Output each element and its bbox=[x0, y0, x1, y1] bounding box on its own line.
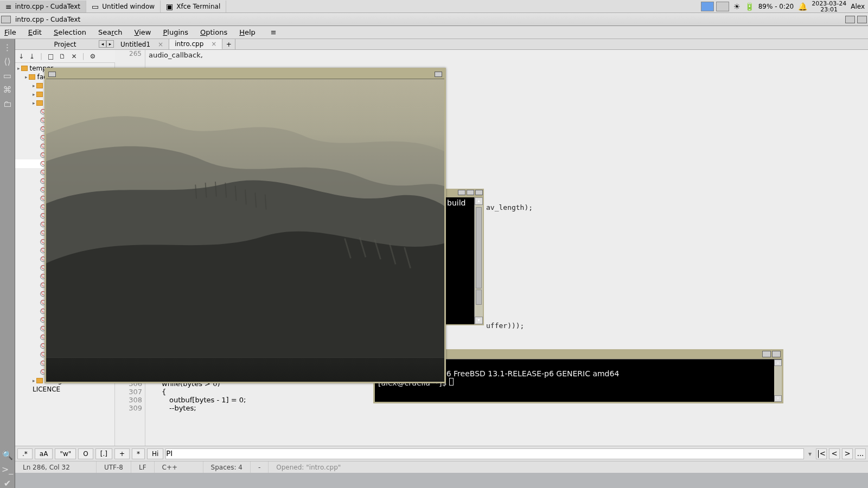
find-opt-plus[interactable]: + bbox=[114, 448, 130, 459]
folder-icon[interactable]: 🗀 bbox=[3, 99, 12, 108]
menu-search[interactable]: Search bbox=[98, 28, 123, 36]
menu-selection[interactable]: Selection bbox=[54, 28, 86, 36]
hamburger-icon[interactable]: ≡ bbox=[271, 28, 277, 36]
close-tab-icon[interactable]: × bbox=[158, 41, 163, 48]
battery-status: 89% - 0:20 bbox=[758, 3, 794, 10]
tray-button-1[interactable] bbox=[701, 2, 714, 11]
status-position[interactable]: Ln 286, Col 32 bbox=[15, 461, 97, 473]
cursor-icon bbox=[449, 378, 454, 386]
disclosure-icon[interactable]: ▸ bbox=[25, 74, 28, 80]
new-tab-button[interactable]: + bbox=[222, 39, 235, 49]
project-next-button[interactable]: ▸ bbox=[106, 40, 114, 48]
sidebar-icon-rail: ⋮ ⟨⟩ ▭ ⌘ 🗀 🔍 >_ ✔ bbox=[0, 39, 15, 488]
render-max-button[interactable] bbox=[435, 72, 442, 77]
project-header: Project ◂ ▸ bbox=[15, 39, 115, 50]
editor-titlebar[interactable]: intro.cpp - CudaText bbox=[0, 13, 868, 26]
user-label[interactable]: Alex bbox=[851, 3, 865, 10]
build-max-button[interactable] bbox=[475, 190, 483, 195]
project-panel-icon[interactable]: ▭ bbox=[3, 70, 12, 80]
find-opt-wrap[interactable]: O bbox=[78, 448, 93, 459]
notification-icon[interactable]: 🔔 bbox=[798, 2, 807, 11]
proj-btn-save[interactable]: ⤓ bbox=[29, 53, 35, 60]
taskbar-item-untitled-window[interactable]: ▭ Untitled window bbox=[86, 1, 161, 12]
scroll-thumb[interactable] bbox=[476, 207, 482, 288]
status-encoding[interactable]: UTF-8 bbox=[97, 461, 131, 473]
render-window[interactable] bbox=[44, 68, 446, 383]
status-bar: Ln 286, Col 32 UTF-8 LF C++ Spaces: 4 - … bbox=[15, 461, 868, 473]
scroll-down-icon[interactable]: ▾ bbox=[475, 317, 483, 324]
tab-strip: Untitled1 × intro.cpp × + bbox=[115, 39, 868, 50]
build-mid-button[interactable] bbox=[467, 190, 474, 195]
find-next-button[interactable]: > bbox=[842, 448, 853, 459]
taskbar-item-cudatext[interactable]: ≡ intro.cpp - CudaText bbox=[0, 1, 86, 12]
tags-icon[interactable]: ⌘ bbox=[3, 85, 12, 94]
tab-label: intro.cpp bbox=[175, 40, 203, 48]
scroll-down-icon[interactable]: ▾ bbox=[774, 395, 782, 402]
tree-file[interactable]: LICENCE bbox=[15, 385, 114, 394]
output-icon[interactable]: ✔ bbox=[3, 478, 12, 488]
taskbar-item-xfce-terminal[interactable]: ▣ Xfce Terminal bbox=[161, 1, 226, 12]
find-input[interactable] bbox=[165, 448, 804, 459]
status-language[interactable]: C++ bbox=[155, 461, 203, 473]
find-opt-insel[interactable]: [.] bbox=[95, 448, 112, 459]
disclosure-icon[interactable]: ▸ bbox=[33, 378, 35, 383]
search-icon[interactable]: 🔍 bbox=[3, 450, 12, 460]
term-min-button[interactable] bbox=[762, 351, 771, 357]
window-menu-button[interactable] bbox=[1, 16, 11, 23]
menu-options[interactable]: Options bbox=[200, 28, 227, 36]
find-opt-hi[interactable]: Hi bbox=[147, 448, 163, 459]
proj-btn-file[interactable]: 🗋 bbox=[59, 53, 66, 60]
code-panel-icon[interactable]: ⟨⟩ bbox=[3, 56, 12, 66]
task-label: Untitled window bbox=[102, 3, 155, 10]
find-opt-word[interactable]: "w" bbox=[55, 448, 76, 459]
terminal-scrollbar[interactable]: ▴ ▾ bbox=[774, 359, 782, 402]
proj-btn-open[interactable]: ↓ bbox=[18, 53, 24, 60]
tab-untitled1[interactable]: Untitled1 × bbox=[115, 39, 169, 49]
status-spaces[interactable]: Spaces: 4 bbox=[203, 461, 251, 473]
menu-edit[interactable]: Edit bbox=[28, 28, 42, 36]
disclosure-icon[interactable]: ▸ bbox=[33, 83, 35, 88]
disclosure-icon[interactable]: ▸ bbox=[33, 100, 35, 106]
tab-label: Untitled1 bbox=[120, 41, 150, 48]
render-sys-button[interactable] bbox=[48, 72, 56, 77]
proj-btn-remove[interactable]: ✕ bbox=[71, 53, 76, 60]
menu-file[interactable]: File bbox=[4, 28, 16, 36]
tray-button-2[interactable] bbox=[716, 2, 729, 11]
project-prev-button[interactable]: ◂ bbox=[99, 40, 106, 48]
menu-view[interactable]: View bbox=[135, 28, 151, 36]
find-bar: .* aA "w" O [.] + * Hi ▾ |< < > ... bbox=[15, 446, 868, 461]
proj-btn-folder[interactable]: □ bbox=[48, 53, 54, 60]
disclosure-icon[interactable]: ▸ bbox=[33, 92, 35, 97]
code-icon: ≡ bbox=[5, 2, 12, 11]
build-scrollbar[interactable]: ▴ ▾ bbox=[474, 197, 483, 324]
term-max-button[interactable] bbox=[772, 351, 781, 357]
find-prev-button[interactable]: < bbox=[829, 448, 840, 459]
find-first-button[interactable]: |< bbox=[816, 448, 827, 459]
render-titlebar[interactable] bbox=[46, 69, 444, 79]
scroll-up-icon[interactable]: ▴ bbox=[774, 359, 782, 366]
menu-plugins[interactable]: Plugins bbox=[163, 28, 188, 36]
rail-handle-icon[interactable]: ⋮ bbox=[3, 42, 12, 52]
clock[interactable]: 2023-03-24 23:01 bbox=[812, 1, 846, 12]
find-opt-multi[interactable]: * bbox=[132, 448, 145, 459]
find-opt-regex[interactable]: .* bbox=[17, 448, 33, 459]
build-window[interactable]: build ▴ ▾ bbox=[445, 189, 484, 325]
folder-icon bbox=[36, 92, 43, 97]
scroll-thumb[interactable] bbox=[476, 290, 482, 305]
code-fragment: av_length); bbox=[486, 203, 533, 211]
status-eol[interactable]: LF bbox=[131, 461, 155, 473]
dropdown-icon[interactable]: ▾ bbox=[806, 450, 814, 458]
tab-intro-cpp[interactable]: intro.cpp × bbox=[169, 39, 222, 49]
maximize-button[interactable] bbox=[857, 16, 867, 23]
menu-help[interactable]: Help bbox=[239, 28, 256, 36]
disclosure-icon[interactable]: ▸ bbox=[17, 66, 20, 71]
close-tab-icon[interactable]: × bbox=[211, 40, 216, 48]
proj-btn-settings[interactable]: ⚙ bbox=[90, 53, 96, 60]
find-more-button[interactable]: ... bbox=[855, 448, 866, 459]
code-line: outbuf[bytes - 1] = 0; bbox=[145, 396, 246, 404]
find-opt-case[interactable]: aA bbox=[35, 448, 53, 459]
console-icon[interactable]: >_ bbox=[3, 464, 12, 474]
minimize-button[interactable] bbox=[845, 16, 855, 23]
scroll-up-icon[interactable]: ▴ bbox=[475, 197, 483, 205]
build-min-button[interactable] bbox=[458, 190, 465, 195]
